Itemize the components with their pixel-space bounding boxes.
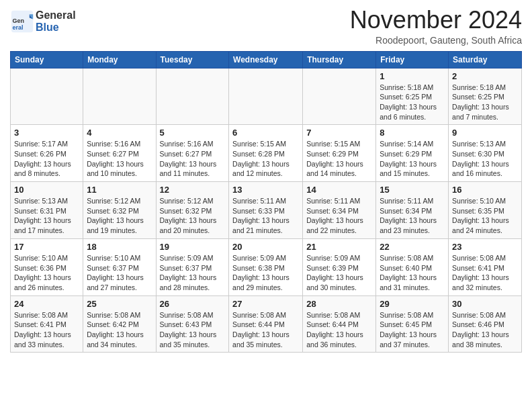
header-wednesday: Wednesday <box>229 51 303 68</box>
day-info: Sunrise: 5:08 AMSunset: 6:46 PMDaylight:… <box>452 310 518 350</box>
day-info: Sunrise: 5:12 AMSunset: 6:32 PMDaylight:… <box>160 196 226 236</box>
day-number: 17 <box>14 242 79 252</box>
title-block: November 2024 Roodepoort, Gauteng, South… <box>350 7 522 46</box>
day-number: 30 <box>452 299 518 309</box>
day-number: 23 <box>452 242 518 252</box>
svg-text:eral: eral <box>13 24 24 31</box>
day-info: Sunrise: 5:18 AMSunset: 6:25 PMDaylight:… <box>452 83 518 122</box>
calendar-cell <box>303 68 376 125</box>
day-info: Sunrise: 5:08 AMSunset: 6:41 PMDaylight:… <box>452 253 518 293</box>
day-info: Sunrise: 5:16 AMSunset: 6:27 PMDaylight:… <box>87 139 152 179</box>
day-info: Sunrise: 5:08 AMSunset: 6:44 PMDaylight:… <box>306 310 372 350</box>
calendar-cell: 4Sunrise: 5:16 AMSunset: 6:27 PMDaylight… <box>83 125 156 182</box>
calendar-cell: 5Sunrise: 5:16 AMSunset: 6:27 PMDaylight… <box>156 125 229 182</box>
calendar-cell: 15Sunrise: 5:11 AMSunset: 6:34 PMDayligh… <box>376 182 449 239</box>
calendar-cell: 24Sunrise: 5:08 AMSunset: 6:41 PMDayligh… <box>11 295 83 353</box>
calendar-cell: 22Sunrise: 5:08 AMSunset: 6:40 PMDayligh… <box>376 238 449 295</box>
day-number: 13 <box>232 185 299 195</box>
calendar-cell: 26Sunrise: 5:08 AMSunset: 6:43 PMDayligh… <box>156 295 229 353</box>
calendar-cell: 19Sunrise: 5:09 AMSunset: 6:37 PMDayligh… <box>156 238 229 295</box>
day-number: 24 <box>14 299 79 309</box>
calendar-table: SundayMondayTuesdayWednesdayThursdayFrid… <box>10 51 522 353</box>
calendar-cell: 1Sunrise: 5:18 AMSunset: 6:25 PMDaylight… <box>376 68 449 125</box>
day-info: Sunrise: 5:17 AMSunset: 6:26 PMDaylight:… <box>14 139 79 179</box>
day-info: Sunrise: 5:09 AMSunset: 6:39 PMDaylight:… <box>306 253 372 293</box>
day-number: 21 <box>306 242 372 252</box>
day-info: Sunrise: 5:08 AMSunset: 6:42 PMDaylight:… <box>87 310 152 350</box>
day-info: Sunrise: 5:09 AMSunset: 6:37 PMDaylight:… <box>160 253 226 293</box>
day-number: 18 <box>87 242 152 252</box>
logo: Gen eral General Blue <box>10 9 76 34</box>
week-row-5: 24Sunrise: 5:08 AMSunset: 6:41 PMDayligh… <box>11 295 522 353</box>
calendar-cell <box>156 68 229 125</box>
day-number: 26 <box>160 299 226 309</box>
day-number: 8 <box>380 128 445 138</box>
header-tuesday: Tuesday <box>156 51 229 68</box>
day-info: Sunrise: 5:16 AMSunset: 6:27 PMDaylight:… <box>160 139 226 179</box>
day-number: 5 <box>160 128 226 138</box>
day-info: Sunrise: 5:15 AMSunset: 6:28 PMDaylight:… <box>232 139 299 179</box>
day-number: 6 <box>232 128 299 138</box>
calendar-cell: 30Sunrise: 5:08 AMSunset: 6:46 PMDayligh… <box>449 295 522 353</box>
day-info: Sunrise: 5:12 AMSunset: 6:32 PMDaylight:… <box>87 196 152 236</box>
day-number: 3 <box>14 128 79 138</box>
day-info: Sunrise: 5:11 AMSunset: 6:34 PMDaylight:… <box>306 196 372 236</box>
day-info: Sunrise: 5:18 AMSunset: 6:25 PMDaylight:… <box>380 83 445 122</box>
header-friday: Friday <box>376 51 449 68</box>
day-number: 12 <box>160 185 226 195</box>
calendar-cell: 17Sunrise: 5:10 AMSunset: 6:36 PMDayligh… <box>11 238 83 295</box>
day-info: Sunrise: 5:11 AMSunset: 6:34 PMDaylight:… <box>380 196 445 236</box>
calendar-cell: 20Sunrise: 5:09 AMSunset: 6:38 PMDayligh… <box>229 238 303 295</box>
week-row-3: 10Sunrise: 5:13 AMSunset: 6:31 PMDayligh… <box>11 182 522 239</box>
calendar-cell <box>229 68 303 125</box>
day-number: 27 <box>232 299 299 309</box>
day-number: 1 <box>380 71 445 81</box>
calendar-cell: 29Sunrise: 5:08 AMSunset: 6:45 PMDayligh… <box>376 295 449 353</box>
day-number: 11 <box>87 185 152 195</box>
page-header: Gen eral General Blue November 2024 Rood… <box>10 7 522 46</box>
calendar-cell: 6Sunrise: 5:15 AMSunset: 6:28 PMDaylight… <box>229 125 303 182</box>
svg-text:Gen: Gen <box>13 17 25 24</box>
week-row-2: 3Sunrise: 5:17 AMSunset: 6:26 PMDaylight… <box>11 125 522 182</box>
logo-icon: Gen eral <box>10 9 34 34</box>
day-info: Sunrise: 5:08 AMSunset: 6:44 PMDaylight:… <box>232 310 299 350</box>
day-number: 20 <box>232 242 299 252</box>
calendar-cell: 9Sunrise: 5:13 AMSunset: 6:30 PMDaylight… <box>449 125 522 182</box>
header-saturday: Saturday <box>449 51 522 68</box>
day-info: Sunrise: 5:10 AMSunset: 6:37 PMDaylight:… <box>87 253 152 293</box>
calendar-cell: 25Sunrise: 5:08 AMSunset: 6:42 PMDayligh… <box>83 295 156 353</box>
calendar-cell: 12Sunrise: 5:12 AMSunset: 6:32 PMDayligh… <box>156 182 229 239</box>
day-info: Sunrise: 5:08 AMSunset: 6:41 PMDaylight:… <box>14 310 79 350</box>
day-number: 9 <box>452 128 518 138</box>
day-number: 29 <box>380 299 445 309</box>
calendar-cell <box>11 68 83 125</box>
day-info: Sunrise: 5:14 AMSunset: 6:29 PMDaylight:… <box>380 139 445 179</box>
calendar-cell <box>83 68 156 125</box>
day-number: 22 <box>380 242 445 252</box>
day-number: 15 <box>380 185 445 195</box>
logo-blue-text: Blue <box>36 21 76 34</box>
header-thursday: Thursday <box>303 51 376 68</box>
day-info: Sunrise: 5:10 AMSunset: 6:35 PMDaylight:… <box>452 196 518 236</box>
day-number: 25 <box>87 299 152 309</box>
day-number: 16 <box>452 185 518 195</box>
week-row-4: 17Sunrise: 5:10 AMSunset: 6:36 PMDayligh… <box>11 238 522 295</box>
day-number: 28 <box>306 299 372 309</box>
calendar-cell: 7Sunrise: 5:15 AMSunset: 6:29 PMDaylight… <box>303 125 376 182</box>
calendar-cell: 13Sunrise: 5:11 AMSunset: 6:33 PMDayligh… <box>229 182 303 239</box>
day-number: 7 <box>306 128 372 138</box>
week-row-1: 1Sunrise: 5:18 AMSunset: 6:25 PMDaylight… <box>11 68 522 125</box>
logo-text: General Blue <box>36 9 76 33</box>
day-info: Sunrise: 5:08 AMSunset: 6:45 PMDaylight:… <box>380 310 445 350</box>
header-monday: Monday <box>83 51 156 68</box>
day-number: 4 <box>87 128 152 138</box>
calendar-cell: 21Sunrise: 5:09 AMSunset: 6:39 PMDayligh… <box>303 238 376 295</box>
day-info: Sunrise: 5:15 AMSunset: 6:29 PMDaylight:… <box>306 139 372 179</box>
day-number: 14 <box>306 185 372 195</box>
day-number: 19 <box>160 242 226 252</box>
day-number: 10 <box>14 185 79 195</box>
header-sunday: Sunday <box>11 51 83 68</box>
calendar-cell: 3Sunrise: 5:17 AMSunset: 6:26 PMDaylight… <box>11 125 83 182</box>
day-number: 2 <box>452 71 518 81</box>
day-info: Sunrise: 5:13 AMSunset: 6:31 PMDaylight:… <box>14 196 79 236</box>
